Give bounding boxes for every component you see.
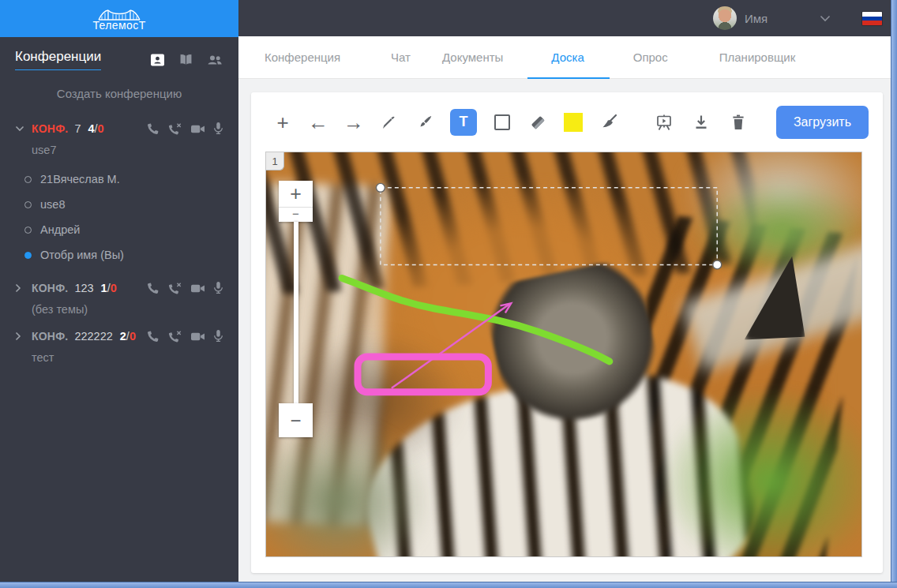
plus-icon: + xyxy=(290,181,302,207)
participants-icon[interactable] xyxy=(206,52,223,68)
conference-count: 1/0 xyxy=(101,282,117,294)
selection-handle-bottom-right[interactable] xyxy=(713,260,722,269)
pink-rectangle-annotation[interactable] xyxy=(358,357,488,392)
contacts-card-icon[interactable] xyxy=(149,52,166,68)
conference-row[interactable]: КОНФ. 222222 2/0 xyxy=(0,325,238,347)
conference-subtitle: (без темы) xyxy=(0,303,238,316)
camera-icon[interactable] xyxy=(190,330,205,343)
conference-row[interactable]: КОНФ. 7 4/0 xyxy=(0,118,238,140)
pencil-tool-button[interactable] xyxy=(379,110,400,134)
sidebar-title[interactable]: Конференции xyxy=(15,49,101,70)
participant-name: 21Вячеслав М. xyxy=(40,173,120,185)
participant-self-status-icon xyxy=(24,252,32,259)
conference-count: 2/0 xyxy=(120,330,136,343)
participant-row-self[interactable]: Отобр имя (Вы) xyxy=(0,242,238,268)
call-end-icon[interactable] xyxy=(167,282,182,295)
yellow-swatch-icon xyxy=(564,113,583,132)
participant-row[interactable]: use8 xyxy=(0,192,238,217)
whiteboard-toolbar: + ← → T xyxy=(251,92,883,152)
conference-label: КОНФ. xyxy=(32,282,68,294)
address-book-icon[interactable] xyxy=(178,52,194,68)
annotation-layer xyxy=(266,152,861,556)
tab-chat[interactable]: Чат xyxy=(391,36,411,78)
conference-subtitle: тест xyxy=(0,351,238,364)
conference-subtitle: use7 xyxy=(0,144,238,156)
chevron-right-icon[interactable] xyxy=(15,283,25,293)
conference-label: КОНФ. xyxy=(32,330,68,343)
conference-count: 4/0 xyxy=(88,122,103,135)
horizontal-scrollbar[interactable] xyxy=(0,582,897,588)
minus-icon: − xyxy=(292,208,299,220)
conference-item: КОНФ. 123 1/0 (без темы) xyxy=(0,277,238,316)
call-end-icon[interactable] xyxy=(167,330,182,343)
microphone-icon[interactable] xyxy=(213,329,223,343)
sidebar: ТелемосТ Конференции xyxy=(0,0,238,582)
conference-row[interactable]: КОНФ. 123 1/0 xyxy=(0,277,238,299)
topbar: Имя xyxy=(238,0,891,36)
redo-button[interactable]: → xyxy=(343,110,364,134)
tab-bar: Конференция Чат Документы Доска Опрос Пл… xyxy=(238,36,891,79)
camera-icon[interactable] xyxy=(190,282,205,295)
conference-item: КОНФ. 222222 2/0 тест xyxy=(0,325,238,364)
conference-item: КОНФ. 7 4/0 use7 21Вячеслав М. xyxy=(0,118,238,268)
participant-name: use8 xyxy=(40,198,65,211)
conference-label: КОНФ. xyxy=(32,122,68,135)
participant-status-icon xyxy=(24,176,32,183)
green-stroke-annotation[interactable] xyxy=(342,278,610,361)
microphone-icon[interactable] xyxy=(213,281,223,295)
upload-button[interactable]: Загрузить xyxy=(776,106,869,139)
tab-poll[interactable]: Опрос xyxy=(633,36,668,78)
app-window: ТелемосТ Конференции xyxy=(0,0,897,588)
call-end-icon[interactable] xyxy=(167,122,182,136)
selection-handle-top-left[interactable] xyxy=(376,183,385,192)
clear-board-button[interactable] xyxy=(599,110,619,134)
text-selection-box[interactable] xyxy=(381,188,717,265)
download-board-button[interactable] xyxy=(691,110,711,134)
zoom-out-button[interactable]: − xyxy=(279,403,313,437)
delete-board-button[interactable] xyxy=(728,110,749,134)
zoom-in-button[interactable]: + − xyxy=(279,181,313,222)
language-flag-ru[interactable] xyxy=(862,12,882,25)
chevron-down-icon[interactable] xyxy=(15,125,25,132)
pink-arrow-head xyxy=(501,303,512,313)
sidebar-header: Конференции xyxy=(0,49,238,70)
participant-status-icon xyxy=(24,227,32,234)
microphone-icon[interactable] xyxy=(213,122,223,136)
undo-button[interactable]: ← xyxy=(308,110,328,134)
add-page-button[interactable]: + xyxy=(272,110,293,134)
tab-board[interactable]: Доска xyxy=(551,36,584,78)
zoom-slider-track[interactable] xyxy=(294,222,298,403)
chevron-down-icon[interactable] xyxy=(820,11,831,25)
tab-scheduler[interactable]: Планировщик xyxy=(719,36,795,78)
participant-row[interactable]: Андрей xyxy=(0,217,238,242)
tab-conference[interactable]: Конференция xyxy=(265,36,340,78)
chevron-right-icon[interactable] xyxy=(15,331,25,341)
app-logo: ТелемосТ xyxy=(0,0,238,37)
call-icon[interactable] xyxy=(146,330,160,343)
brush-tool-button[interactable] xyxy=(415,110,435,134)
participant-row[interactable]: 21Вячеслав М. xyxy=(0,167,238,192)
square-icon xyxy=(494,114,510,130)
whiteboard-canvas[interactable]: 1 + − − xyxy=(265,152,862,557)
camera-icon[interactable] xyxy=(190,122,205,136)
page-number-badge: 1 xyxy=(266,152,284,170)
conference-id: 222222 xyxy=(74,330,112,343)
participant-name: Андрей xyxy=(40,223,80,236)
text-tool-button-active[interactable]: T xyxy=(450,109,477,136)
avatar[interactable] xyxy=(713,6,737,30)
create-conference-button[interactable]: Создать конференцию xyxy=(0,87,238,100)
present-board-button[interactable] xyxy=(654,110,674,134)
eraser-tool-button[interactable] xyxy=(527,110,548,134)
call-icon[interactable] xyxy=(146,122,160,136)
tab-documents[interactable]: Документы xyxy=(442,36,503,78)
participant-name: Отобр имя (Вы) xyxy=(40,249,124,261)
color-swatch-yellow[interactable] xyxy=(563,110,584,134)
call-icon[interactable] xyxy=(146,282,160,295)
main-area: + ← → T xyxy=(238,79,891,582)
vertical-scrollbar[interactable] xyxy=(891,0,897,582)
shape-tool-button[interactable] xyxy=(492,110,512,134)
participant-status-icon xyxy=(24,201,32,208)
participant-list: 21Вячеслав М. use8 Андрей Отобр имя (Вы) xyxy=(0,167,238,268)
user-name[interactable]: Имя xyxy=(745,12,768,25)
conference-id: 123 xyxy=(74,282,93,294)
